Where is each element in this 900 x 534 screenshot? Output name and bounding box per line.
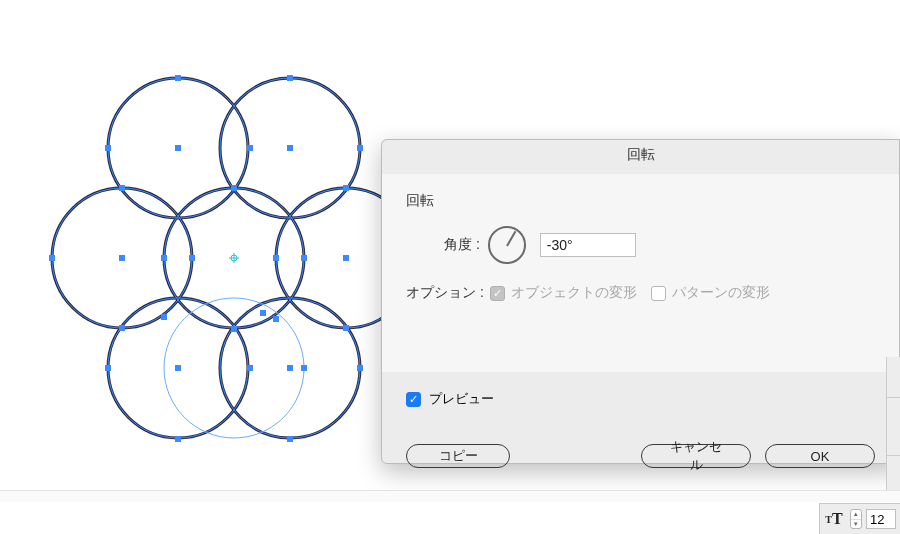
svg-rect-40 [343,325,349,331]
transform-patterns-label: パターンの変形 [672,284,770,302]
svg-rect-23 [105,145,111,151]
rotate-dialog: 回転 回転 角度 : オプション : ✓ オブジェクトの変形 パターンの変形 ✓… [381,139,900,464]
pivot-crosshair [229,253,239,263]
dialog-title: 回転 [382,140,899,174]
svg-rect-18 [287,365,293,371]
type-size-icon: TT [824,510,846,528]
svg-rect-41 [343,185,349,191]
horizontal-scrollbar[interactable] [0,490,900,502]
angle-dial[interactable] [488,226,526,264]
svg-rect-29 [161,255,167,261]
svg-rect-35 [287,436,293,442]
svg-rect-26 [49,255,55,261]
svg-rect-34 [175,436,181,442]
anchor-handles [49,75,363,442]
svg-rect-17 [343,255,349,261]
preview-label: プレビュー [429,390,494,408]
svg-point-14 [164,298,304,438]
font-size-stepper[interactable]: ▴ ▾ [850,509,862,529]
svg-rect-19 [175,365,181,371]
svg-rect-24 [247,145,253,151]
svg-rect-44 [273,316,279,322]
angle-dial-indicator [506,231,516,247]
svg-rect-20 [119,255,125,261]
checkmark-icon: ✓ [490,286,505,301]
panel-stub-c[interactable] [886,455,900,490]
svg-rect-38 [119,325,125,331]
svg-rect-28 [273,255,279,261]
svg-rect-21 [175,75,181,81]
transform-objects-checkbox[interactable]: ✓ オブジェクトの変形 [490,284,637,302]
svg-rect-43 [260,310,266,316]
svg-rect-33 [357,365,363,371]
font-size-input[interactable]: 12 [866,509,896,529]
svg-rect-32 [231,326,237,332]
transform-objects-label: オブジェクトの変形 [511,284,637,302]
svg-rect-30 [301,255,307,261]
svg-rect-37 [247,365,253,371]
svg-rect-25 [357,145,363,151]
stepper-up-icon: ▴ [851,510,861,520]
options-row: オプション : ✓ オブジェクトの変形 パターンの変形 [406,284,875,302]
preview-row: ✓ プレビュー [382,372,899,408]
cancel-button[interactable]: キャンセル [641,444,751,468]
svg-rect-39 [119,185,125,191]
angle-label: 角度 : [444,236,480,254]
svg-rect-27 [189,255,195,261]
svg-rect-45 [301,365,307,371]
copy-button[interactable]: コピー [406,444,510,468]
svg-rect-15 [175,145,181,151]
svg-rect-36 [105,365,111,371]
angle-input[interactable] [540,233,636,257]
checkbox-empty-icon [651,286,666,301]
svg-rect-31 [231,185,237,191]
preview-checkbox[interactable]: ✓ [406,392,421,407]
panel-stub-b[interactable] [886,397,900,455]
section-label: 回転 [406,192,875,210]
dialog-body: 回転 角度 : オプション : ✓ オブジェクトの変形 パターンの変形 [382,174,899,372]
options-label: オプション : [406,284,484,302]
transform-patterns-checkbox[interactable]: パターンの変形 [651,284,770,302]
svg-rect-42 [161,314,167,320]
panel-stub-a[interactable] [886,357,900,397]
svg-rect-22 [287,75,293,81]
angle-row: 角度 : [406,226,875,264]
type-size-controls: TT ▴ ▾ 12 [819,503,900,534]
svg-rect-16 [287,145,293,151]
ok-button[interactable]: OK [765,444,875,468]
stepper-down-icon: ▾ [851,520,861,529]
buttons-row: コピー キャンセル OK [382,408,899,468]
